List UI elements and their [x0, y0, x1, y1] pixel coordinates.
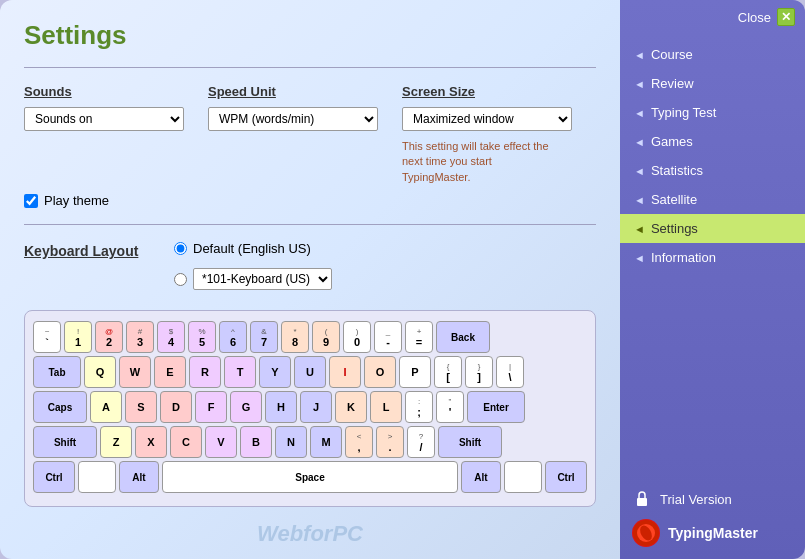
key-j[interactable]: J: [300, 391, 332, 423]
key-d[interactable]: D: [160, 391, 192, 423]
screen-note: This setting will take effect the next t…: [402, 139, 562, 185]
sounds-group: Sounds Sounds on Sounds off: [24, 84, 184, 131]
sidebar-item-statistics[interactable]: ◄ Statistics: [620, 156, 805, 185]
play-theme-checkbox[interactable]: [24, 194, 38, 208]
sidebar-item-course[interactable]: ◄ Course: [620, 40, 805, 69]
key-fn-left[interactable]: [78, 461, 116, 493]
sidebar-item-settings[interactable]: ◄ Settings: [620, 214, 805, 243]
key-tab[interactable]: Tab: [33, 356, 81, 388]
key-4[interactable]: $4: [157, 321, 185, 353]
key-alt-right[interactable]: Alt: [461, 461, 501, 493]
speed-unit-select[interactable]: WPM (words/min) CPM (chars/min) KPH (key…: [208, 107, 378, 131]
screen-size-select[interactable]: Maximized window Full screen Window 800x…: [402, 107, 572, 131]
keyboard-layout-section: Keyboard Layout Default (English US) *10…: [24, 241, 596, 296]
svg-rect-0: [637, 498, 647, 506]
key-equals[interactable]: +=: [405, 321, 433, 353]
key-5[interactable]: %5: [188, 321, 216, 353]
sounds-select[interactable]: Sounds on Sounds off: [24, 107, 184, 131]
key-enter[interactable]: Enter: [467, 391, 525, 423]
key-minus[interactable]: _-: [374, 321, 402, 353]
key-shift-left[interactable]: Shift: [33, 426, 97, 458]
key-alt-left[interactable]: Alt: [119, 461, 159, 493]
key-z[interactable]: Z: [100, 426, 132, 458]
sidebar-item-information[interactable]: ◄ Information: [620, 243, 805, 272]
key-k[interactable]: K: [335, 391, 367, 423]
key-shift-right[interactable]: Shift: [438, 426, 502, 458]
sidebar-item-label-typing-test: Typing Test: [651, 105, 717, 120]
key-semicolon[interactable]: :;: [405, 391, 433, 423]
sidebar-item-label-information: Information: [651, 250, 716, 265]
key-2[interactable]: @2: [95, 321, 123, 353]
key-backtick[interactable]: ~`: [33, 321, 61, 353]
key-rbracket[interactable]: }]: [465, 356, 493, 388]
key-fn-right[interactable]: [504, 461, 542, 493]
close-button[interactable]: ✕: [777, 8, 795, 26]
play-theme-row: Play theme: [24, 193, 596, 208]
key-i[interactable]: I: [329, 356, 361, 388]
key-backspace[interactable]: Back: [436, 321, 490, 353]
sidebar-item-review[interactable]: ◄ Review: [620, 69, 805, 98]
sidebar-top: Close ✕: [620, 0, 805, 34]
key-1[interactable]: !1: [64, 321, 92, 353]
nav-arrow-course: ◄: [634, 49, 645, 61]
key-y[interactable]: Y: [259, 356, 291, 388]
key-comma[interactable]: <,: [345, 426, 373, 458]
sidebar-item-label-statistics: Statistics: [651, 163, 703, 178]
key-7[interactable]: &7: [250, 321, 278, 353]
radio-row-101: *101-Keyboard (US): [174, 268, 332, 290]
nav-arrow-review: ◄: [634, 78, 645, 90]
key-9[interactable]: (9: [312, 321, 340, 353]
key-w[interactable]: W: [119, 356, 151, 388]
keyboard-default-radio[interactable]: [174, 242, 187, 255]
key-m[interactable]: M: [310, 426, 342, 458]
keyboard-101-radio[interactable]: [174, 273, 187, 286]
key-v[interactable]: V: [205, 426, 237, 458]
key-space[interactable]: Space: [162, 461, 458, 493]
keyboard-options: Default (English US) *101-Keyboard (US): [174, 241, 332, 296]
key-e[interactable]: E: [154, 356, 186, 388]
sidebar-item-games[interactable]: ◄ Games: [620, 127, 805, 156]
kb-row-zxcv: Shift Z X C V B N M <, >. ?/ Shift: [33, 426, 587, 458]
key-h[interactable]: H: [265, 391, 297, 423]
key-8[interactable]: *8: [281, 321, 309, 353]
key-g[interactable]: G: [230, 391, 262, 423]
play-theme-label[interactable]: Play theme: [44, 193, 109, 208]
key-n[interactable]: N: [275, 426, 307, 458]
key-u[interactable]: U: [294, 356, 326, 388]
nav-arrow-settings: ◄: [634, 223, 645, 235]
key-s[interactable]: S: [125, 391, 157, 423]
sidebar-item-label-review: Review: [651, 76, 694, 91]
sidebar-item-typing-test[interactable]: ◄ Typing Test: [620, 98, 805, 127]
screen-size-group: Screen Size Maximized window Full screen…: [402, 84, 572, 185]
key-period[interactable]: >.: [376, 426, 404, 458]
watermark: WebforPC: [257, 521, 363, 547]
key-c[interactable]: C: [170, 426, 202, 458]
key-0[interactable]: )0: [343, 321, 371, 353]
key-slash[interactable]: ?/: [407, 426, 435, 458]
typing-master-logo: [632, 519, 660, 547]
key-3[interactable]: #3: [126, 321, 154, 353]
key-f[interactable]: F: [195, 391, 227, 423]
sidebar-item-satellite[interactable]: ◄ Satellite: [620, 185, 805, 214]
key-ctrl-left[interactable]: Ctrl: [33, 461, 75, 493]
key-o[interactable]: O: [364, 356, 396, 388]
nav-arrow-statistics: ◄: [634, 165, 645, 177]
key-b[interactable]: B: [240, 426, 272, 458]
key-t[interactable]: T: [224, 356, 256, 388]
key-q[interactable]: Q: [84, 356, 116, 388]
key-x[interactable]: X: [135, 426, 167, 458]
key-r[interactable]: R: [189, 356, 221, 388]
key-6[interactable]: ^6: [219, 321, 247, 353]
key-capslock[interactable]: Caps: [33, 391, 87, 423]
key-l[interactable]: L: [370, 391, 402, 423]
key-ctrl-right[interactable]: Ctrl: [545, 461, 587, 493]
key-a[interactable]: A: [90, 391, 122, 423]
keyboard-default-label[interactable]: Default (English US): [193, 241, 311, 256]
key-lbracket[interactable]: {[: [434, 356, 462, 388]
key-p[interactable]: P: [399, 356, 431, 388]
key-backslash[interactable]: |\: [496, 356, 524, 388]
key-quote[interactable]: "': [436, 391, 464, 423]
trial-label: Trial Version: [660, 492, 732, 507]
keyboard-101-select[interactable]: *101-Keyboard (US): [193, 268, 332, 290]
settings-row: Sounds Sounds on Sounds off Speed Unit W…: [24, 84, 596, 185]
